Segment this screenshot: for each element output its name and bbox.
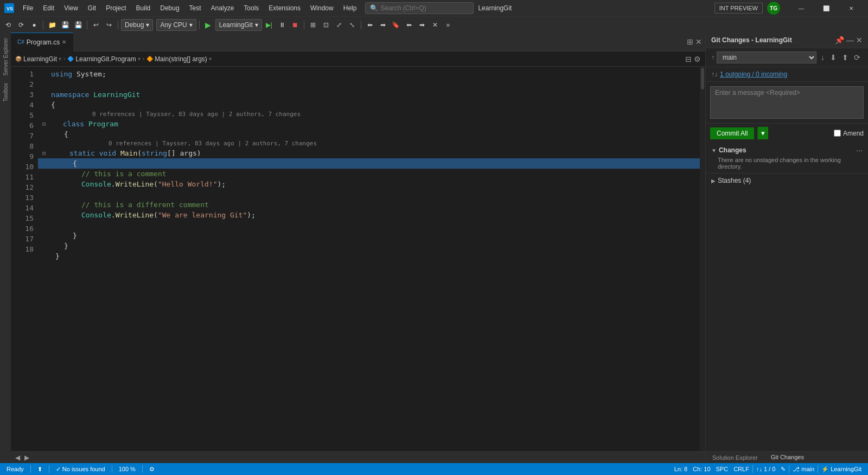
status-ch[interactable]: Ch: 10	[691, 466, 712, 472]
status-encoding[interactable]: SPC	[714, 466, 731, 472]
close-button[interactable]: ✕	[839, 0, 864, 16]
amend-label[interactable]: Amend	[843, 130, 864, 137]
status-line-ending[interactable]: CRLF	[731, 466, 751, 472]
git-outgoing-row[interactable]: ↑↓ 1 outgoing / 0 incoming	[706, 67, 868, 82]
search-bar[interactable]: 🔍	[365, 2, 474, 14]
menu-edit[interactable]: Edit	[39, 2, 59, 14]
collapse-all-btn[interactable]: ⊟	[685, 55, 692, 63]
toolbar-bookmark-nav-2[interactable]: ➡	[416, 19, 428, 31]
sidebar-server-explorer[interactable]: Server Explorer	[2, 35, 10, 79]
close-all-tabs-btn[interactable]: ✕	[695, 37, 702, 46]
tab-close-btn[interactable]: ✕	[62, 39, 66, 45]
toolbar-btn-3[interactable]: ●	[28, 19, 40, 31]
stashes-expand-icon: ▶	[711, 178, 716, 184]
settings-btn[interactable]: ⚙	[694, 55, 701, 63]
changes-more-btn[interactable]: ···	[856, 146, 863, 155]
run-project-dropdown[interactable]: LearningGit ▾	[215, 19, 262, 31]
scroll-right-btn[interactable]: ▶	[22, 454, 31, 461]
toolbar-more[interactable]: »	[442, 19, 454, 31]
amend-checkbox[interactable]	[834, 130, 841, 137]
toolbar-bookmark-nav-1[interactable]: ⬅	[403, 19, 415, 31]
commit-dropdown-btn[interactable]: ▾	[757, 127, 768, 139]
tab-program-cs[interactable]: C# Program.cs ✕	[11, 33, 73, 52]
push-btn[interactable]: ⬆	[840, 52, 851, 63]
menu-git[interactable]: Git	[84, 2, 100, 14]
run-attach-btn[interactable]: ▶|	[263, 19, 275, 31]
tab-git-changes[interactable]: Git Changes	[764, 452, 810, 464]
scrollbar-thumb[interactable]	[701, 68, 704, 89]
fetch-btn[interactable]: ↓	[819, 52, 827, 63]
commit-message-input[interactable]: Enter a message <Required>	[710, 86, 864, 119]
status-git-icon[interactable]: ⬆	[35, 466, 44, 473]
code-editor[interactable]: 1 2 3 4 5 6 7 8 9 10 11 12 13 14 15 16 1…	[11, 67, 705, 451]
pull-btn[interactable]: ⬇	[828, 52, 839, 63]
int-preview-button[interactable]: INT PREVIEW	[714, 3, 763, 14]
search-input[interactable]	[380, 4, 462, 12]
run-button[interactable]: ▶	[202, 19, 214, 31]
menu-project[interactable]: Project	[101, 2, 130, 14]
menu-file[interactable]: File	[18, 2, 37, 14]
toolbar-misc-3[interactable]: ⤢	[333, 19, 345, 31]
toolbar-bookmark-btn[interactable]: 🔖	[390, 19, 402, 31]
stop-btn[interactable]: ⏹	[289, 19, 301, 31]
outgoing-label[interactable]: 1 outgoing / 0 incoming	[720, 70, 787, 78]
sync-btn[interactable]: ⟳	[852, 52, 863, 63]
menu-debug[interactable]: Debug	[156, 2, 183, 14]
debug-dropdown[interactable]: Debug ▾	[121, 19, 153, 31]
commit-all-button[interactable]: Commit All	[710, 127, 754, 139]
minimize-button[interactable]: —	[789, 0, 814, 16]
menu-analyze[interactable]: Analyze	[207, 2, 239, 14]
menu-build[interactable]: Build	[132, 2, 155, 14]
menu-help[interactable]: Help	[339, 2, 361, 14]
status-ln[interactable]: Ln: 8	[672, 466, 690, 472]
tab-solution-explorer[interactable]: Solution Explorer	[706, 452, 764, 464]
menu-window[interactable]: Window	[306, 2, 338, 14]
avatar[interactable]: TG	[767, 2, 780, 15]
toolbar-misc-2[interactable]: ⊡	[320, 19, 332, 31]
toolbar-misc-1[interactable]: ⊞	[307, 19, 319, 31]
git-pin-btn[interactable]: 📌	[835, 36, 844, 44]
git-hide-btn[interactable]: —	[846, 36, 854, 44]
breadcrumb-namespace[interactable]: 🔷 LearningGit.Program ▾	[67, 55, 140, 63]
maximize-button[interactable]: ⬜	[814, 0, 839, 16]
breadcrumb-member[interactable]: 🔶 Main(string[] args) ▾	[146, 55, 212, 63]
sidebar-toolbox[interactable]: Toolbox	[2, 80, 10, 105]
menu-view[interactable]: View	[60, 2, 82, 14]
toolbar-save-all-btn[interactable]: 💾	[72, 19, 84, 31]
vertical-scrollbar[interactable]	[700, 67, 705, 451]
menu-extensions[interactable]: Extensions	[264, 2, 305, 14]
menu-tools[interactable]: Tools	[239, 2, 263, 14]
toolbar-btn-2[interactable]: ⟳	[15, 19, 27, 31]
toolbar-project-btn[interactable]: 📁	[46, 19, 58, 31]
stashes-header[interactable]: ▶ Stashes (4)	[711, 177, 863, 184]
status-branch[interactable]: ⎇ main	[790, 466, 816, 473]
undo-btn[interactable]: ↩	[90, 19, 102, 31]
status-misc-btn[interactable]: ⚙	[147, 466, 157, 473]
breadcrumb-project[interactable]: 📦 LearningGit ▾	[15, 55, 61, 63]
amend-checkbox-row[interactable]: Amend	[834, 130, 864, 137]
commit-actions: Commit All ▾ Amend	[706, 123, 868, 143]
fold-btn-7[interactable]: ⊟	[42, 148, 49, 158]
status-issues[interactable]: ✓ No issues found	[54, 466, 107, 473]
toolbar-btn-1[interactable]: ⟲	[2, 19, 14, 31]
scroll-left-btn[interactable]: ◀	[13, 454, 22, 461]
status-project[interactable]: ⚡ LearningGit	[819, 466, 864, 473]
split-editor-btn[interactable]: ⊞	[687, 37, 693, 46]
menu-test[interactable]: Test	[185, 2, 206, 14]
toolbar-nav-2[interactable]: ➡	[377, 19, 389, 31]
code-content[interactable]: using System; namespace LearningGit { 0 …	[38, 67, 700, 451]
pause-btn[interactable]: ⏸	[276, 19, 288, 31]
changes-header[interactable]: ▼ Changes ···	[711, 146, 863, 155]
git-close-panel-btn[interactable]: ✕	[856, 36, 863, 44]
status-edit-icon[interactable]: ✎	[778, 466, 788, 473]
status-git-status[interactable]: ↑↓ 1 / 0	[754, 466, 777, 472]
branch-dropdown[interactable]: main	[717, 52, 816, 63]
toolbar-bookmark-clear[interactable]: ✕	[429, 19, 441, 31]
status-zoom[interactable]: 100 %	[117, 466, 138, 472]
toolbar-misc-4[interactable]: ⤡	[346, 19, 358, 31]
fold-btn-5[interactable]: ⊟	[42, 119, 49, 129]
cpu-dropdown[interactable]: Any CPU ▾	[156, 19, 196, 31]
redo-btn[interactable]: ↪	[103, 19, 115, 31]
toolbar-save-btn[interactable]: 💾	[59, 19, 71, 31]
toolbar-nav-1[interactable]: ⬅	[364, 19, 376, 31]
